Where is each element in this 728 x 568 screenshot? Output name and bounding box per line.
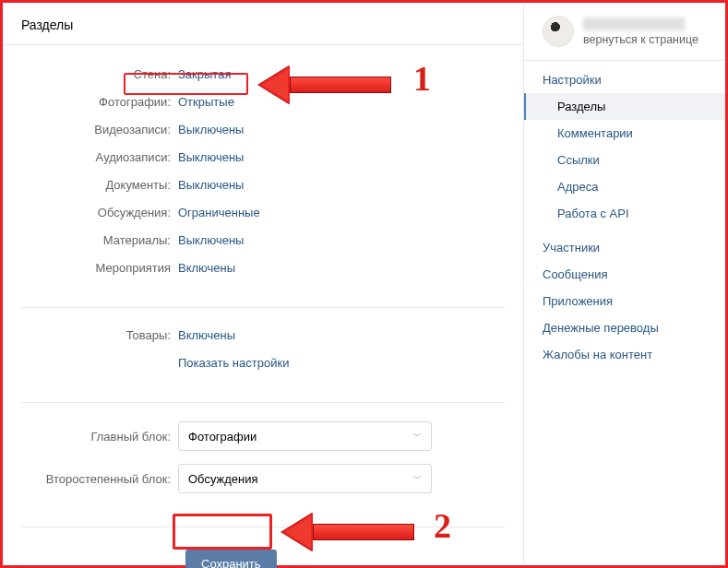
nav-sections[interactable]: Разделы xyxy=(524,93,725,120)
audio-value[interactable]: Выключены xyxy=(178,149,244,165)
events-label: Мероприятия xyxy=(3,261,178,275)
main-block-value: Фотографии xyxy=(188,430,257,444)
nav-links[interactable]: Ссылки xyxy=(524,147,725,173)
divider xyxy=(524,60,725,61)
materials-label: Материалы: xyxy=(3,233,178,247)
goods-settings-link[interactable]: Показать настройки xyxy=(178,355,289,371)
avatar[interactable] xyxy=(543,16,574,47)
divider xyxy=(21,527,505,527)
chevron-down-icon: ﹀ xyxy=(412,430,422,443)
audio-label: Аудиозаписи: xyxy=(3,150,178,164)
goods-label: Товары: xyxy=(3,328,178,342)
discussions-value[interactable]: Ограниченные xyxy=(178,205,260,220)
nav-money[interactable]: Денежные переводы xyxy=(524,314,725,341)
videos-value[interactable]: Выключены xyxy=(178,122,244,137)
secondary-block-label: Второстепенный блок: xyxy=(3,472,178,486)
nav-messages[interactable]: Сообщения xyxy=(524,261,725,288)
main-block-select[interactable]: Фотографии ﹀ xyxy=(178,421,432,451)
goods-value[interactable]: Включены xyxy=(178,327,235,343)
nav-apps[interactable]: Приложения xyxy=(524,288,725,314)
chevron-down-icon: ﹀ xyxy=(412,472,422,485)
photos-value[interactable]: Открытые xyxy=(178,94,234,110)
profile-name-redacted xyxy=(583,18,685,30)
page-title: Разделы xyxy=(3,3,523,45)
events-value[interactable]: Включены xyxy=(178,260,235,276)
divider xyxy=(21,402,505,403)
main-block-label: Главный блок: xyxy=(3,430,178,444)
secondary-block-select[interactable]: Обсуждения ﹀ xyxy=(178,464,432,493)
wall-value[interactable]: Закрытая xyxy=(178,66,231,82)
nav-api[interactable]: Работа с API xyxy=(524,200,725,227)
photos-label: Фотографии: xyxy=(3,95,178,109)
save-button[interactable]: Сохранить xyxy=(185,550,277,568)
docs-label: Документы: xyxy=(3,178,178,192)
nav-settings[interactable]: Настройки xyxy=(524,66,725,93)
nav-complaints[interactable]: Жалобы на контент xyxy=(524,341,725,368)
nav-addresses[interactable]: Адреса xyxy=(524,173,725,200)
wall-label: Стена: xyxy=(3,67,178,81)
secondary-block-value: Обсуждения xyxy=(188,472,258,486)
materials-value[interactable]: Выключены xyxy=(178,232,244,248)
back-to-page-link[interactable]: вернуться к странице xyxy=(583,33,698,46)
divider xyxy=(21,307,505,308)
docs-value[interactable]: Выключены xyxy=(178,177,244,193)
videos-label: Видеозаписи: xyxy=(3,123,178,136)
discussions-label: Обсуждения: xyxy=(3,206,178,219)
nav-members[interactable]: Участники xyxy=(524,234,725,261)
nav-comments[interactable]: Комментарии xyxy=(524,120,725,147)
